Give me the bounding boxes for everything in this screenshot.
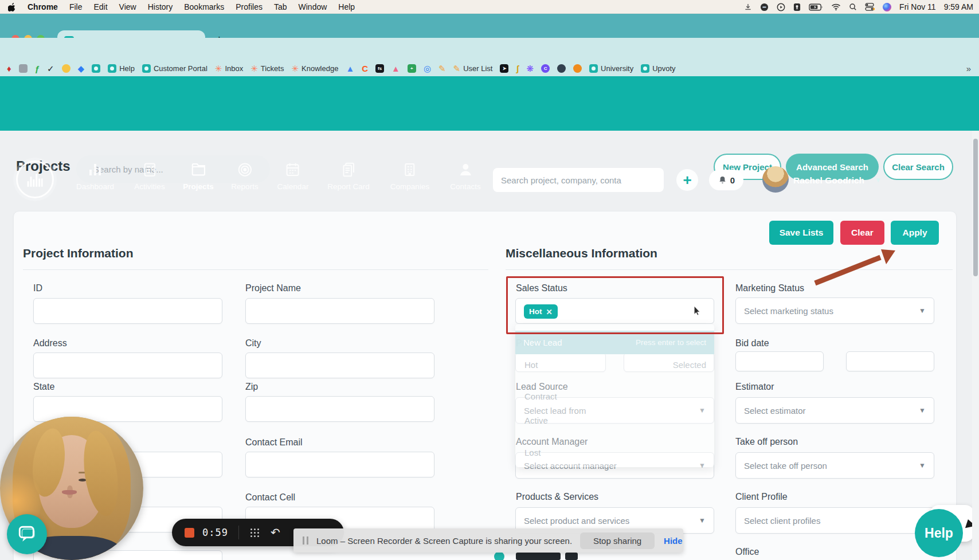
menu-tab[interactable]: Tab — [274, 2, 287, 11]
bookmark-followup-app[interactable] — [92, 64, 100, 73]
bookmark-fs[interactable]: fs — [375, 64, 384, 73]
bookmark-diamond[interactable]: ♦ — [7, 64, 11, 73]
chevron-down-icon: ▼ — [699, 461, 706, 469]
bookmark-send[interactable]: ➤ — [500, 64, 508, 73]
quick-add-button[interactable]: + — [676, 169, 698, 191]
bookmark-upvoty[interactable]: Upvoty — [641, 64, 675, 73]
bookmark-check[interactable]: ✓ — [47, 64, 54, 73]
bookmark-spiral[interactable]: ◎ — [424, 64, 431, 73]
bookmark-gem[interactable]: ◆ — [78, 64, 85, 73]
bookmark-purple-c[interactable]: C — [541, 64, 550, 73]
apple-menu-icon[interactable] — [8, 2, 16, 11]
password-manager-icon[interactable] — [793, 3, 801, 11]
bookmark-analytics[interactable]: ▲ — [346, 64, 354, 73]
section-divider-left — [23, 269, 488, 270]
account-manager-select[interactable]: Select account manager ▼ — [515, 452, 714, 479]
menu-window[interactable]: Window — [299, 2, 327, 11]
input-zip[interactable] — [245, 396, 434, 422]
input-id[interactable] — [33, 298, 222, 324]
wifi-icon[interactable] — [831, 3, 841, 11]
global-search[interactable] — [493, 168, 664, 192]
bookmark-f-script[interactable]: ƒ — [35, 64, 40, 73]
bookmark-sheets[interactable]: + — [408, 64, 416, 73]
help-button[interactable]: Help — [915, 509, 963, 557]
menu-edit[interactable]: Edit — [93, 2, 107, 11]
bid-date-start-input[interactable] — [735, 351, 824, 371]
download-status-icon[interactable] — [744, 3, 752, 11]
bookmark-university[interactable]: University — [589, 64, 633, 73]
menu-view[interactable]: View — [119, 2, 136, 11]
nav-dashboard[interactable]: Dashboard — [76, 161, 114, 191]
bookmark-help[interactable]: Help — [108, 64, 135, 73]
spotlight-icon[interactable] — [849, 3, 857, 11]
siri-icon[interactable] — [883, 3, 891, 11]
bookmark-monster[interactable] — [573, 64, 582, 73]
menu-chrome[interactable]: Chrome — [28, 2, 58, 11]
crm-logo[interactable] — [16, 160, 54, 198]
restart-recording-icon[interactable]: ↶ — [271, 527, 280, 538]
user-name[interactable]: Rachel Goodrich — [793, 175, 864, 186]
nav-projects[interactable]: Projects — [183, 161, 213, 191]
input-project-name[interactable] — [245, 298, 434, 324]
stop-sharing-button[interactable]: Stop sharing — [580, 532, 655, 549]
dnd-icon[interactable] — [760, 3, 769, 11]
menu-help[interactable]: Help — [338, 2, 355, 11]
chat-widget-button[interactable] — [7, 514, 47, 554]
bookmark-user-list[interactable]: ✎User List — [453, 64, 493, 73]
bookmark-globe[interactable] — [557, 64, 566, 73]
menu-file[interactable]: File — [69, 2, 83, 11]
battery-icon[interactable] — [809, 3, 823, 11]
bid-date-end-input[interactable] — [846, 351, 934, 371]
save-lists-button[interactable]: Save Lists — [769, 221, 833, 245]
estimator-select[interactable]: Select estimator ▼ — [735, 397, 934, 424]
marketing-status-placeholder: Select marketing status — [744, 306, 833, 316]
bookmark-tickets[interactable]: ✳Tickets — [250, 64, 284, 73]
bookmark-mountains[interactable]: ▲ — [391, 64, 400, 73]
nav-report-card[interactable]: Report Card — [327, 161, 370, 191]
menu-profiles[interactable]: Profiles — [236, 2, 263, 11]
pre-bid-end-input[interactable] — [624, 353, 714, 372]
bookmark-snowflake[interactable]: ❋ — [526, 64, 534, 73]
hide-banner-button[interactable]: Hide — [664, 536, 683, 546]
bookmark-hook[interactable]: ʃ — [516, 64, 519, 73]
bookmark-customer-portal[interactable]: Customer Portal — [142, 64, 207, 73]
bookmark-tool[interactable] — [19, 64, 28, 73]
nav-calendar[interactable]: Calendar — [277, 161, 309, 191]
stop-recording-icon[interactable] — [185, 528, 194, 538]
drag-handle-icon[interactable] — [250, 528, 259, 537]
label-contact-cell: Contact Cell — [245, 492, 295, 503]
clear-button[interactable]: Clear — [840, 221, 884, 245]
nav-activities[interactable]: Activities — [134, 161, 165, 191]
marketing-status-select[interactable]: Select marketing status ▼ — [735, 297, 934, 324]
bookmarks-overflow-icon[interactable]: » — [966, 64, 971, 73]
lead-source-select[interactable]: Select lead from ▼ — [515, 397, 714, 424]
input-contact-email[interactable] — [245, 452, 434, 477]
nav-contacts[interactable]: Contacts — [450, 161, 480, 191]
input-city[interactable] — [245, 353, 434, 378]
bookmark-knowledge[interactable]: ✳Knowledge — [291, 64, 338, 73]
user-avatar[interactable] — [762, 166, 789, 193]
nav-companies[interactable]: Companies — [390, 161, 429, 191]
global-search-input[interactable] — [493, 175, 664, 185]
record-menu-icon[interactable] — [777, 3, 785, 11]
label-office: Office — [735, 547, 759, 557]
bookmark-emoji[interactable] — [62, 64, 71, 73]
input-address[interactable] — [33, 353, 222, 378]
bookmark-inbox[interactable]: ✳Inbox — [215, 64, 243, 73]
nav-reports[interactable]: Reports — [231, 161, 258, 191]
bookmark-c-ring[interactable]: C — [362, 64, 368, 73]
clear-search-button[interactable]: Clear Search — [883, 154, 953, 180]
user-menu-chevron-icon[interactable]: ▼ — [875, 176, 882, 184]
client-profile-select[interactable]: Select client profiles ▼ — [735, 507, 934, 534]
take-off-person-select[interactable]: Select take off person ▼ — [735, 452, 934, 479]
scrollbar-thumb[interactable] — [973, 139, 978, 276]
apply-button[interactable]: Apply — [891, 221, 939, 245]
menu-history[interactable]: History — [148, 2, 173, 11]
label-city: City — [245, 338, 261, 348]
control-center-icon[interactable] — [865, 3, 875, 11]
notifications-button[interactable]: 0 — [709, 170, 743, 190]
bookmark-pen[interactable]: ✎ — [438, 64, 446, 73]
label-address: Address — [33, 338, 67, 348]
menu-bookmarks[interactable]: Bookmarks — [184, 2, 224, 11]
pre-bid-start-input[interactable] — [515, 353, 606, 372]
